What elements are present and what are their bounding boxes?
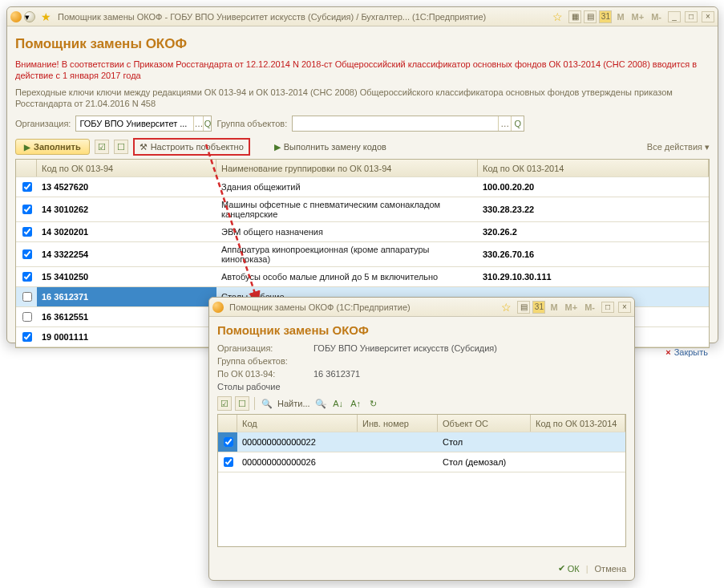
uncheck-all-icon[interactable]: ☐ [235,396,249,411]
close-button[interactable]: × [702,11,714,22]
memory-m-minus[interactable]: М- [582,302,597,312]
dialog-heading: Помощник замены ОКОФ [217,323,626,337]
search-icon[interactable]: Q [511,116,524,131]
cell-new: 330.26.70.16 [478,242,709,266]
check-icon: ✔ [558,563,565,574]
cell-code: 13 4527620 [37,177,216,197]
memory-m-plus[interactable]: М+ [629,12,647,22]
all-actions-menu[interactable]: Все действия▾ [647,142,710,152]
table-row[interactable]: 14 3020201ЭВМ общего назначения320.26.2 [16,222,709,242]
group-field[interactable]: … Q [292,116,524,132]
memory-m-plus[interactable]: М+ [563,302,580,312]
table-row[interactable]: 13 4527620Здания общежитий100.00.20.20 [16,177,709,197]
cell-inv [358,432,438,452]
row-checkbox[interactable] [22,249,32,259]
ref-icon[interactable]: ▦ [568,10,581,23]
close-button[interactable]: × [618,302,631,313]
table-row[interactable]: 000000000000026Стол (демозал) [218,452,625,472]
uncheck-all-icon[interactable]: ☐ [114,140,128,154]
memory-m[interactable]: М [548,302,560,312]
cancel-button[interactable]: Отмена [595,564,626,574]
fill-button[interactable]: ▶ Заполнить [15,139,90,155]
refresh-icon[interactable]: ↻ [366,396,381,411]
configure-button[interactable]: ⚒ Настроить пообъектно [133,138,250,156]
column-name[interactable]: Наименование группировки по ОК 013-94 [216,160,478,176]
calendar-icon[interactable]: 31 [532,301,545,314]
table-row[interactable]: 000000000000022Стол [218,432,625,452]
ok-button[interactable]: ✔ОК [558,563,580,574]
find-button[interactable]: Найти... [277,399,310,408]
app-logo-icon [10,11,22,22]
sort-asc-icon[interactable]: A↓ [331,396,346,411]
row-checkbox[interactable] [22,312,32,322]
favorite-icon[interactable]: ★ [41,10,51,23]
cell-new [531,452,625,472]
okof-value: 16 3612371 [313,369,360,379]
organization-field[interactable]: … Q [75,116,212,132]
table-row[interactable]: 15 3410250Автобусы особо малые длиной до… [16,267,709,287]
cell-name: Машины офсетные с пневматическим самонак… [216,197,478,221]
row-checkbox[interactable] [22,292,32,302]
cell-code: 000000000000026 [237,452,358,472]
ellipsis-icon[interactable]: … [193,116,203,131]
cell-name: ЭВМ общего назначения [216,222,478,241]
row-checkbox[interactable] [224,437,233,447]
apply-icon: ▶ [274,142,281,152]
star-icon[interactable]: ☆ [501,301,512,314]
row-checkbox[interactable] [224,457,233,467]
page-heading: Помощник замены ОКОФ [15,36,710,52]
column-code-old[interactable]: Код по ОК 013-94 [37,160,216,176]
table-row[interactable]: 14 3010262Машины офсетные с пневматическ… [16,197,709,222]
organization-input[interactable] [76,116,193,131]
row-checkbox[interactable] [22,205,32,214]
cell-code: 16 3612371 [37,287,216,306]
search-icon[interactable]: Q [203,116,211,131]
row-checkbox[interactable] [22,227,32,237]
close-link[interactable]: × Закрыть [665,347,708,357]
maximize-button[interactable]: □ [601,302,614,313]
column-inv[interactable]: Инв. номер [358,415,438,432]
main-window: ▾ ★ Помощник замены ОКОФ - ГОБУ ВПО Унив… [6,6,718,343]
group-label: Группа объектов: [216,119,287,128]
column-code-new[interactable]: Код по ОК 013-2014 [478,160,709,176]
warning-text: Внимание! В соответствии с Приказом Росс… [15,59,710,82]
table-row[interactable]: 14 3322254Аппаратура кинопроекционная (к… [16,242,709,267]
column-code[interactable]: Код [237,415,358,432]
cell-new: 100.00.20.20 [478,177,709,197]
calc-icon[interactable]: ▤ [584,10,597,23]
close-icon: × [665,347,670,357]
find-clear-icon[interactable]: 🔍̶ [313,396,328,411]
dialog-title: Помощник замены ОКОФ (1С:Предприятие) [229,302,498,312]
ellipsis-icon[interactable]: … [498,116,511,131]
cell-code: 14 3020201 [37,222,216,241]
execute-button[interactable]: ▶ Выполнить замену кодов [274,142,386,152]
item-name: Столы рабочие [217,382,281,391]
memory-m[interactable]: М [614,12,626,22]
maximize-button[interactable]: □ [685,11,698,22]
find-icon[interactable]: 🔍 [260,396,274,411]
column-obj[interactable]: Объект ОС [438,415,531,432]
sort-desc-icon[interactable]: A↑ [349,396,363,411]
app-logo-icon [212,302,224,313]
check-all-icon[interactable]: ☑ [217,396,232,411]
calc-icon[interactable]: ▤ [517,301,530,314]
column-new[interactable]: Код по ОК 013-2014 [531,415,625,432]
star-icon[interactable]: ☆ [552,10,563,23]
memory-m-minus[interactable]: М- [649,12,664,22]
minimize-button[interactable]: _ [668,11,681,22]
row-checkbox[interactable] [22,332,32,342]
cell-code: 14 3010262 [37,197,216,221]
organization-label: Организация: [15,119,71,128]
titlebar: ▾ ★ Помощник замены ОКОФ - ГОБУ ВПО Унив… [7,7,718,26]
cell-code: 19 0001111 [37,327,216,347]
nav-down-icon[interactable]: ▾ [24,11,35,22]
row-checkbox[interactable] [22,182,32,192]
check-all-icon[interactable]: ☑ [95,140,109,154]
group-input[interactable] [293,116,498,131]
calendar-icon[interactable]: 31 [599,10,612,23]
cell-inv [358,452,438,472]
row-checkbox[interactable] [22,272,32,282]
chevron-down-icon: ▶ [24,143,30,152]
cell-new: 320.26.2 [478,222,709,241]
okof-label: По ОК 013-94: [217,369,313,379]
